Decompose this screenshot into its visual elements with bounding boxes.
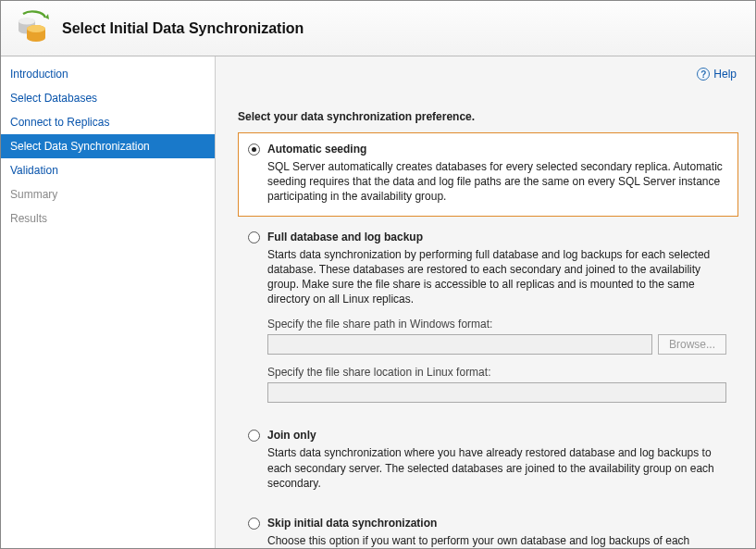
sync-preference-prompt: Select your data synchronization prefere… (238, 110, 738, 123)
radio-skip-sync[interactable] (248, 518, 260, 530)
option-title-full-backup[interactable]: Full database and log backup (267, 231, 423, 243)
help-label: Help (713, 68, 737, 81)
option-join-only: Join only Starts data synchronization wh… (238, 418, 738, 503)
option-desc-join-only: Starts data synchronization where you ha… (267, 445, 726, 491)
main-panel: ? Help Select your data synchronization … (216, 56, 755, 548)
option-title-join-only[interactable]: Join only (267, 429, 316, 442)
browse-button[interactable]: Browse... (658, 334, 726, 355)
windows-path-input[interactable] (267, 334, 652, 355)
step-results: Results (1, 206, 215, 231)
radio-join-only[interactable] (248, 430, 260, 442)
windows-path-label: Specify the file share path in Windows f… (267, 318, 726, 331)
step-select-databases[interactable]: Select Databases (1, 86, 215, 110)
svg-point-1 (19, 19, 35, 25)
radio-automatic-seeding[interactable] (248, 143, 260, 156)
option-full-backup: Full database and log backup Starts data… (238, 220, 738, 416)
wizard-header: Select Initial Data Synchronization (1, 1, 755, 56)
wizard-steps-sidebar: Introduction Select Databases Connect to… (1, 56, 216, 548)
step-validation[interactable]: Validation (1, 158, 215, 182)
option-desc-automatic-seeding: SQL Server automatically creates databas… (267, 159, 726, 205)
option-desc-skip-sync: Choose this option if you want to perfor… (267, 533, 726, 548)
page-title: Select Initial Data Synchronization (62, 20, 304, 37)
help-link[interactable]: ? Help (697, 68, 737, 81)
option-title-automatic-seeding[interactable]: Automatic seeding (267, 143, 366, 156)
step-select-data-synchronization[interactable]: Select Data Synchronization (1, 134, 215, 158)
step-connect-to-replicas[interactable]: Connect to Replicas (1, 110, 215, 134)
database-sync-icon (14, 8, 51, 48)
step-summary: Summary (1, 182, 215, 206)
radio-full-backup[interactable] (248, 231, 260, 243)
option-title-skip-sync[interactable]: Skip initial data synchronization (267, 517, 437, 530)
step-introduction[interactable]: Introduction (1, 62, 215, 86)
linux-path-input[interactable] (267, 382, 726, 403)
option-desc-full-backup: Starts data synchronization by performin… (267, 247, 726, 307)
help-icon: ? (697, 68, 710, 81)
linux-path-label: Specify the file share location in Linux… (267, 366, 726, 379)
option-automatic-seeding: Automatic seeding SQL Server automatical… (238, 132, 738, 217)
option-skip-sync: Skip initial data synchronization Choose… (238, 506, 738, 548)
svg-point-3 (27, 25, 45, 32)
